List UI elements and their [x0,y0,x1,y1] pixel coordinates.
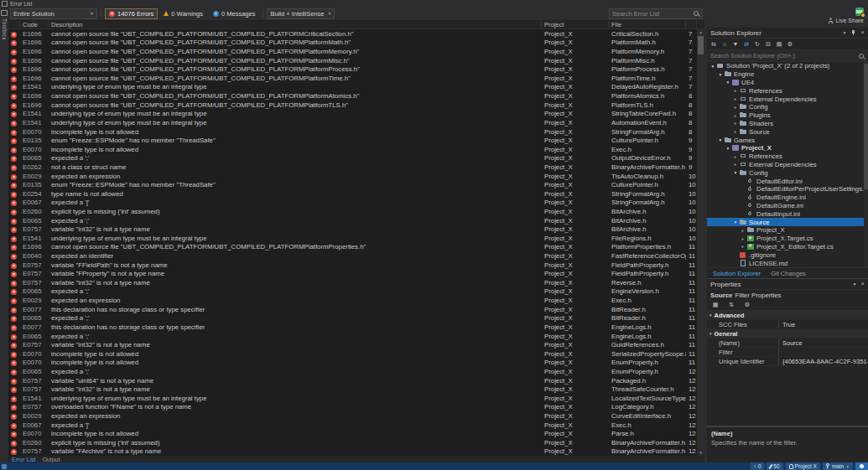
collapsed-arrow-icon[interactable]: ▸ [732,162,739,167]
error-row[interactable]: ×E0070incomplete type is not allowedProj… [8,145,697,154]
tree-item-references[interactable]: ▸References [707,86,868,95]
tree-item-references[interactable]: ▸References [707,152,868,161]
collapsed-arrow-icon[interactable]: ▸ [732,154,739,159]
tree-item-source[interactable]: ▾Source [707,218,868,226]
property-category-general[interactable]: ▾General [707,329,868,338]
property-row-name[interactable]: (Name)Source [707,338,868,348]
error-row[interactable]: ×E1541underlying type of enum type must … [8,118,697,127]
expanded-arrow-icon[interactable]: ▾ [709,312,712,318]
error-row[interactable]: ×E0077this declaration has no storage cl… [8,305,697,314]
error-row[interactable]: ×E0065expected a ';'Project_XEngineLogs.… [8,332,697,341]
error-row[interactable]: ×E1696cannot open source file "UBT_COMPI… [8,29,697,39]
error-row[interactable]: ×E1541underlying type of enum type must … [8,394,697,403]
tree-item-external-dependencies[interactable]: ▸External Dependencies [707,95,868,103]
error-row[interactable]: ×E1696cannot open source file "UBT_COMPI… [8,65,697,74]
error-row[interactable]: ×E0065expected a ';'Project_XBitReader.h… [8,314,697,323]
tree-item-project-x-editor-target-cs[interactable]: ▸Project_X_Editor.Target.cs [707,243,868,251]
col-file[interactable]: File [609,21,686,28]
background-tasks-icon[interactable] [2,464,7,469]
expanded-arrow-icon[interactable]: ▾ [717,72,724,77]
collapsed-arrow-icon[interactable]: ▸ [732,105,739,110]
tree-item-external-dependencies[interactable]: ▸External Dependencies [707,161,868,169]
warnings-filter-button[interactable]: 0 Warnings [159,8,207,19]
error-row[interactable]: ×E0029expected an expressionProject_XExe… [8,296,697,305]
collapsed-arrow-icon[interactable]: ▸ [732,113,739,118]
show-all-files-icon[interactable]: ▤ [774,41,784,48]
scroll-down-icon[interactable]: ▼ [699,450,702,456]
tree-item-defaultinput-ini[interactable]: DefaultInput.ini [707,209,868,218]
tree-item-config[interactable]: ▾Config [707,168,868,177]
error-row[interactable]: ×E0757variable "int32" is not a type nam… [8,278,697,287]
error-list-scrollbar[interactable]: ▲ ▼ [697,29,704,456]
error-row[interactable]: ×E0029expected an expressionProject_XCur… [8,411,697,421]
close-icon[interactable]: × [860,29,865,36]
error-search-input[interactable]: Search Error List [609,8,703,19]
error-row[interactable]: ×E0260explicit type is missing ('int' as… [8,207,697,216]
error-row[interactable]: ×E0260explicit type is missing ('int' as… [8,438,697,447]
error-row[interactable]: ×E0067expected a ']'Project_XStringForma… [8,199,697,208]
property-row-unique-identifier[interactable]: Unique Identifier{40653EAA-8AAC-4C2F-935… [707,357,868,366]
error-row[interactable]: ×E0757variable "FArchive" is not a type … [8,447,697,457]
switch-views-icon[interactable]: ⇆ [709,41,719,48]
collapsed-arrow-icon[interactable]: ▸ [732,129,739,134]
error-row[interactable]: ×E0070incomplete type is not allowedProj… [8,359,697,368]
tree-item-defaulteditorperprojectusersettings-ini[interactable]: DefaultEditorPerProjectUserSettings.ini [707,185,868,194]
error-row[interactable]: ×E0262not a class or struct nameProject_… [8,163,697,172]
error-row[interactable]: ×E0757variable "int32" is not a type nam… [8,225,697,234]
collapsed-arrow-icon[interactable]: ▸ [732,96,739,101]
chevron-down-icon[interactable]: ▼ [852,281,856,287]
expanded-arrow-icon[interactable]: ▾ [709,64,716,69]
expanded-arrow-icon[interactable]: ▾ [725,146,731,151]
source-dropdown[interactable]: Build + IntelliSense ▼ [267,8,335,19]
scroll-up-icon[interactable]: ▲ [699,29,702,35]
error-row[interactable]: ×E0135enum "Freeze::ESPMode" has no memb… [8,136,697,145]
tree-item-source[interactable]: ▸Source [707,127,868,136]
tree-item-project-x[interactable]: ▾Project_X [707,144,868,152]
error-row[interactable]: ×E1696cannot open source file "UBT_COMPI… [8,39,697,48]
scope-dropdown[interactable]: Entire Solution ▼ [10,8,97,19]
tree-item-project-x[interactable]: ▸Project_X [707,226,868,235]
tree-item-engine[interactable]: ▾Engine [707,70,868,79]
tree-item-games[interactable]: ▾Games [707,136,868,144]
error-row[interactable]: ×E0135enum "Freeze::ESPMode" has no memb… [8,180,697,189]
collapsed-arrow-icon[interactable]: ▸ [732,88,739,93]
outgoing-commits-button[interactable]: ↑ 0 [751,462,765,470]
scrollbar-thumb[interactable] [864,64,868,189]
error-row[interactable]: ×E0077this declaration has no storage cl… [8,323,697,332]
property-value[interactable]: True [779,321,868,328]
pin-icon[interactable] [850,29,856,36]
error-row[interactable]: ×E1541underlying type of enum type must … [8,109,697,118]
error-row[interactable]: ×E0070incomplete type is not allowedProj… [8,429,697,438]
alphabetical-icon[interactable]: ⇅ [726,302,736,308]
tree-item-project-x-target-cs[interactable]: ▸Project_X.Target.cs [707,235,868,243]
filter-icon[interactable]: ▼ [730,41,741,47]
properties-object-selector[interactable]: Source Filter Properties [707,290,868,300]
tree-item-defaultengine-ini[interactable]: DefaultEngine.ini [707,194,868,202]
property-category-advanced[interactable]: ▾Advanced [707,311,868,320]
toolbox-icon[interactable] [1,10,8,16]
expanded-arrow-icon[interactable]: ▾ [725,80,731,85]
tree-item-solution-project-x-2-of-2-projects[interactable]: ▾Solution 'Project_X' (2 of 2 projects) [707,62,868,70]
error-row[interactable]: ×E0065expected a ';'Project_XEngineVersi… [8,287,697,297]
error-row[interactable]: ×E1696cannot open source file "UBT_COMPI… [8,91,697,101]
property-value[interactable]: Source [779,339,868,347]
col-description[interactable]: Description [49,21,542,28]
collapsed-arrow-icon[interactable]: ▸ [732,121,739,126]
tree-scrollbar[interactable] [864,62,868,267]
chevron-down-icon[interactable]: ▼ [842,30,846,35]
collapsed-arrow-icon[interactable]: ▸ [740,228,746,233]
tree-item-gitignore[interactable]: .gitignore [707,250,868,259]
tree-item-ue4[interactable]: ▾UE4 [707,79,868,87]
property-row-filter[interactable]: Filter [707,348,868,357]
tree-item-license-md[interactable]: LICENSE.md [707,259,868,267]
property-pages-icon[interactable]: ⚙ [742,302,752,308]
error-row[interactable]: ×E0757overloaded function "FName" is not… [8,403,697,412]
live-share-button[interactable]: Live Share [828,18,864,23]
error-row[interactable]: ×E0757variable "int32" is not a type nam… [8,340,697,349]
toolbox-tab[interactable]: Toolbox [2,18,8,40]
properties-icon[interactable]: ⚙ [785,41,795,48]
error-row[interactable]: ×E0070incomplete type is not allowedProj… [8,349,697,359]
error-row[interactable]: ×E1696cannot open source file "UBT_COMPI… [8,101,697,110]
error-row[interactable]: ×E0757variable "FProperty" is not a type… [8,269,697,278]
tab-output[interactable]: Output [42,457,60,462]
